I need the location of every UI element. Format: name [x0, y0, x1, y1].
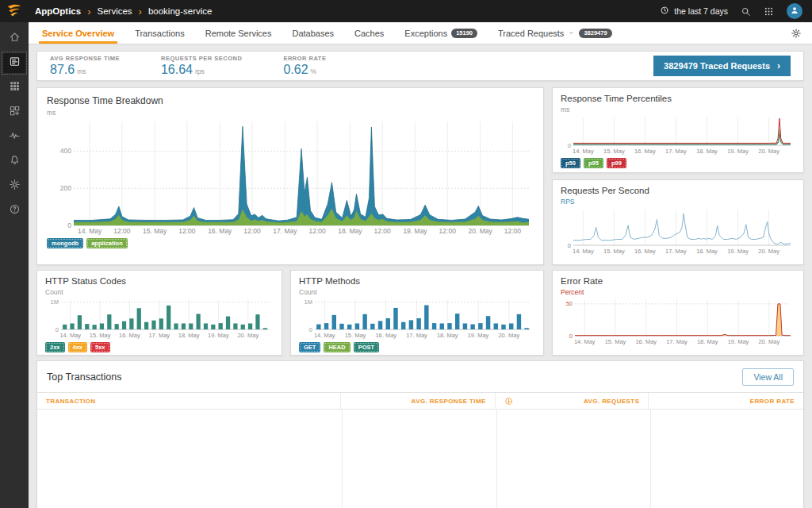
- legend-chip-mongodb[interactable]: mongodb: [47, 238, 83, 248]
- chevron-right-icon: ›: [139, 6, 142, 17]
- y-axis-label: Count: [45, 288, 274, 296]
- svg-text:18. May: 18. May: [696, 248, 718, 255]
- time-range-label: the last 7 days: [674, 6, 728, 16]
- stat-avg-response-time: AVG RESPONSE TIME87.6ms: [50, 55, 120, 77]
- svg-text:17. May: 17. May: [666, 338, 688, 345]
- svg-text:12:00: 12:00: [374, 227, 392, 235]
- tab-settings-gear-icon[interactable]: [791, 22, 812, 44]
- legend-chip-head[interactable]: HEAD: [324, 342, 350, 352]
- sidebar-item-home[interactable]: [3, 29, 25, 48]
- legend-chip-p95[interactable]: p95: [584, 158, 603, 168]
- svg-text:1M: 1M: [304, 298, 312, 306]
- svg-text:14. May: 14. May: [59, 332, 81, 339]
- home-icon: [9, 31, 21, 46]
- svg-text:15. May: 15. May: [345, 332, 366, 339]
- svg-text:12:00: 12:00: [113, 227, 131, 235]
- view-all-button[interactable]: View All: [742, 368, 794, 386]
- svg-text:18. May: 18. May: [437, 332, 458, 339]
- tab-badge: 15190: [451, 29, 477, 38]
- legend-chip-2xx[interactable]: 2xx: [45, 342, 65, 352]
- svg-text:0: 0: [56, 326, 59, 333]
- requests-per-second-chart[interactable]: 14. May15. May16. May17. May18. May19. M…: [561, 206, 795, 256]
- time-range-picker[interactable]: the last 7 days: [660, 6, 728, 17]
- svg-text:14. May: 14. May: [314, 332, 335, 339]
- search-icon[interactable]: [741, 6, 751, 17]
- legend-chip-4xx[interactable]: 4xx: [68, 342, 88, 352]
- stat-error-rate: ERROR RATE0.62%: [283, 55, 326, 77]
- chart-legend: 2xx4xx5xx: [45, 342, 274, 352]
- svg-text:12:00: 12:00: [439, 227, 457, 235]
- tab-badge: 3829479: [579, 29, 611, 38]
- legend-chip-5xx[interactable]: 5xx: [90, 342, 110, 352]
- svg-text:19. May: 19. May: [728, 338, 749, 345]
- response-time-percentiles-chart[interactable]: 14. May15. May16. May17. May18. May19. M…: [561, 114, 795, 156]
- tab-traced-requests[interactable]: Traced Requests3829479: [488, 22, 622, 44]
- sidebar-item-dashboards[interactable]: [3, 102, 25, 122]
- table-body: [37, 410, 803, 508]
- services-icon: [9, 56, 21, 71]
- requests-per-second-card: Requests Per Second RPS 14. May15. May16…: [552, 179, 804, 265]
- service-stats-bar: AVG RESPONSE TIME87.6msREQUESTS PER SECO…: [36, 51, 804, 81]
- sidebar-item-alerts[interactable]: [3, 152, 25, 171]
- svg-text:14. May: 14. May: [573, 148, 594, 155]
- column-header-avg-requests[interactable]: AVG. REQUESTS: [496, 393, 649, 409]
- legend-chip-p99[interactable]: p99: [607, 158, 626, 168]
- tab-remote-services[interactable]: Remote Services: [195, 22, 282, 44]
- tab-service-overview[interactable]: Service Overview: [32, 22, 124, 44]
- svg-text:14. May: 14. May: [574, 338, 596, 345]
- tab-transactions[interactable]: Transactions: [124, 22, 195, 44]
- svg-text:12:00: 12:00: [504, 227, 522, 235]
- sidebar-item-settings[interactable]: [3, 176, 25, 196]
- svg-text:17. May: 17. May: [273, 227, 297, 235]
- column-header-avg-response-time[interactable]: AVG. RESPONSE TIME: [341, 393, 496, 409]
- http-methods-chart[interactable]: 14. May15. May16. May17. May18. May19. M…: [299, 297, 535, 340]
- tab-caches[interactable]: Caches: [344, 22, 394, 44]
- column-header-error-rate[interactable]: ERROR RATE: [649, 393, 803, 409]
- sidebar-item-help[interactable]: [3, 201, 25, 221]
- svg-text:50: 50: [566, 300, 573, 307]
- column-divider: [342, 410, 343, 508]
- tab-databases[interactable]: Databases: [282, 22, 344, 44]
- legend-chip-post[interactable]: POST: [354, 342, 379, 352]
- tab-label: Exceptions: [404, 29, 447, 38]
- pulse-icon: [9, 129, 21, 144]
- y-axis-label: Percent: [561, 288, 795, 296]
- svg-text:400: 400: [60, 147, 71, 155]
- svg-text:20. May: 20. May: [237, 332, 259, 339]
- svg-text:20. May: 20. May: [498, 332, 519, 339]
- traced-requests-button[interactable]: 3829479 Traced Requests ›: [653, 56, 791, 76]
- legend-chip-p50[interactable]: p50: [561, 158, 580, 168]
- svg-text:12:00: 12:00: [178, 227, 196, 235]
- svg-text:15. May: 15. May: [90, 332, 111, 339]
- error-rate-chart[interactable]: 14. May15. May16. May17. May18. May19. M…: [561, 297, 795, 346]
- tab-exceptions[interactable]: Exceptions15190: [394, 22, 488, 44]
- breadcrumb-app[interactable]: AppOptics: [35, 6, 81, 16]
- gear-icon: [9, 179, 21, 194]
- svg-text:19. May: 19. May: [468, 332, 489, 339]
- chart-title: Response Time Percentiles: [561, 94, 795, 103]
- svg-text:17. May: 17. May: [665, 248, 687, 255]
- sidebar-item-traces[interactable]: [3, 127, 25, 147]
- http-status-codes-chart[interactable]: 14. May15. May16. May17. May18. May19. M…: [45, 297, 274, 340]
- column-header-transaction[interactable]: TRANSACTION: [37, 393, 341, 409]
- sidebar-item-infrastructure[interactable]: [3, 78, 25, 98]
- svg-text:15. May: 15. May: [603, 148, 625, 155]
- apps-grid-icon[interactable]: [764, 6, 774, 17]
- svg-text:16. May: 16. May: [208, 227, 232, 235]
- response-time-breakdown-chart[interactable]: 14. May12:0015. May12:0016. May12:0017. …: [47, 118, 534, 236]
- svg-text:14. May: 14. May: [78, 227, 102, 235]
- breadcrumb-services[interactable]: Services: [97, 6, 132, 16]
- stat-label: REQUESTS PER SECOND: [161, 55, 242, 62]
- svg-text:17. May: 17. May: [148, 332, 170, 339]
- legend-chip-get[interactable]: GET: [299, 342, 320, 352]
- svg-text:16. May: 16. May: [375, 332, 396, 339]
- svg-text:17. May: 17. May: [406, 332, 427, 339]
- breadcrumb-service-name: booking-service: [148, 6, 213, 16]
- avatar[interactable]: [787, 3, 802, 19]
- sidebar-item-services[interactable]: [3, 53, 25, 73]
- column-divider: [650, 410, 651, 508]
- sort-descending-icon[interactable]: [504, 397, 513, 406]
- legend-chip-application[interactable]: application: [86, 238, 128, 248]
- stat-label: ERROR RATE: [283, 55, 326, 62]
- stat-value: 87.6: [50, 63, 75, 77]
